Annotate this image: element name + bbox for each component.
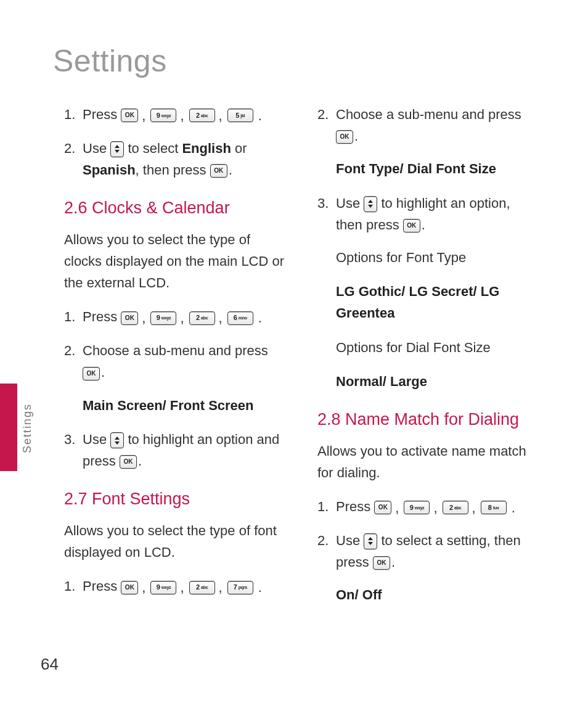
text: or bbox=[231, 141, 247, 156]
text: , then press bbox=[136, 162, 210, 178]
step: 1. Press OK, 9wxyz, 2abc, 6mno. bbox=[64, 306, 285, 329]
comma: , bbox=[219, 307, 223, 329]
comma: , bbox=[180, 105, 184, 126]
section-heading-2-7: 2.7 Font Settings bbox=[64, 489, 285, 510]
key-9-icon: 9wxyz bbox=[404, 501, 430, 514]
text: Choose a sub-menu and press bbox=[83, 340, 285, 361]
ok-key-icon: OK bbox=[121, 311, 138, 325]
step: 1. Press OK, 9wxyz, 2abc, 5jkl. bbox=[64, 104, 285, 126]
key-sequence: OK, 9wxyz, 2abc, 6mno. bbox=[121, 307, 262, 329]
section-description: Allows you to select the type of clocks … bbox=[64, 229, 285, 294]
key-2-icon: 2abc bbox=[189, 581, 215, 594]
nav-updown-key-icon bbox=[110, 141, 124, 157]
step: 3. Use to highlight an option and press … bbox=[64, 429, 285, 472]
side-label-text: Settings bbox=[21, 403, 34, 453]
comma: , bbox=[395, 497, 399, 519]
step-number: 3. bbox=[64, 429, 83, 450]
period: . bbox=[258, 105, 262, 126]
ok-key-icon: OK bbox=[403, 219, 420, 232]
section-description: Allows you to activate name match for di… bbox=[317, 440, 539, 483]
key-sequence: OK, 9wxyz, 2abc, 7pqrs. bbox=[121, 577, 262, 598]
section-heading-2-8: 2.8 Name Match for Dialing bbox=[317, 409, 539, 430]
period: . bbox=[138, 453, 142, 469]
period: . bbox=[391, 554, 395, 570]
option-english: English bbox=[182, 141, 231, 156]
text: Press bbox=[83, 309, 121, 324]
left-column: 1. Press OK, 9wxyz, 2abc, 5jkl. 2. Use t… bbox=[64, 104, 285, 618]
step: 2. Use to select English or Spanish, the… bbox=[64, 138, 285, 181]
comma: , bbox=[433, 497, 437, 519]
step: 2. Use to select a setting, then press O… bbox=[317, 530, 539, 573]
ok-key-icon: OK bbox=[121, 109, 138, 122]
ok-key-icon: OK bbox=[210, 164, 227, 178]
option-spanish: Spanish bbox=[83, 162, 136, 178]
period: . bbox=[258, 307, 262, 329]
on-off-options: On/ Off bbox=[317, 584, 539, 605]
option-font-type-dial-size: Font Type/ Dial Font Size bbox=[336, 161, 496, 176]
nav-updown-key-icon bbox=[110, 432, 124, 448]
section-heading-2-6: 2.6 Clocks & Calendar bbox=[64, 198, 285, 219]
key-sequence: OK, 9wxyz, 2abc, 8tuv. bbox=[374, 497, 515, 519]
comma: , bbox=[142, 307, 145, 329]
ok-key-icon: OK bbox=[120, 455, 137, 469]
step-body: Press OK, 9wxyz, 2abc, 5jkl. bbox=[83, 104, 285, 126]
comma: , bbox=[142, 577, 145, 598]
font-type-options: LG Gothic/ LG Secret/ LG Greentea bbox=[317, 281, 539, 324]
step: 3. Use to highlight an option, then pres… bbox=[317, 192, 539, 236]
step-number: 1. bbox=[317, 496, 336, 517]
section-description: Allows you to select the type of font di… bbox=[64, 520, 285, 563]
step: 1. Press OK, 9wxyz, 2abc, 8tuv. bbox=[317, 496, 539, 519]
period: . bbox=[422, 217, 425, 232]
step-number: 1. bbox=[64, 104, 83, 125]
step: 1. Press OK, 9wxyz, 2abc, 7pqrs. bbox=[64, 575, 285, 598]
ok-key-icon: OK bbox=[374, 501, 391, 514]
key-9-icon: 9wxyz bbox=[150, 311, 176, 325]
comma: , bbox=[142, 105, 145, 126]
step-number: 1. bbox=[64, 575, 83, 597]
key-2-icon: 2abc bbox=[189, 109, 215, 122]
step-number: 2. bbox=[64, 138, 83, 159]
option-main-front-screen: Main Screen/ Front Screen bbox=[83, 398, 254, 413]
step-number: 2. bbox=[317, 530, 336, 551]
text: Use bbox=[336, 533, 364, 548]
text: Use bbox=[336, 195, 364, 211]
text: Use bbox=[83, 432, 110, 447]
comma: , bbox=[219, 577, 223, 598]
side-label: Settings bbox=[21, 382, 33, 475]
step-body: Use to select a setting, then press OK. bbox=[336, 530, 539, 573]
ok-key-icon: OK bbox=[373, 556, 390, 570]
ok-key-icon: OK bbox=[83, 367, 100, 380]
content-columns: 1. Press OK, 9wxyz, 2abc, 5jkl. 2. Use t… bbox=[64, 104, 539, 618]
period: . bbox=[101, 364, 105, 380]
step-number: 1. bbox=[64, 306, 83, 327]
step-body: Press OK, 9wxyz, 2abc, 6mno. bbox=[83, 306, 285, 329]
key-9-icon: 9wxyz bbox=[150, 581, 176, 594]
step-body: Choose a sub-menu and press OK. bbox=[336, 104, 539, 147]
key-7-icon: 7pqrs bbox=[227, 581, 253, 594]
step-number: 2. bbox=[317, 104, 336, 125]
submenu-options: Main Screen/ Front Screen bbox=[64, 395, 285, 416]
nav-updown-key-icon bbox=[364, 533, 377, 549]
text: Press bbox=[336, 499, 374, 514]
font-size-options: Normal/ Large bbox=[317, 371, 539, 392]
period: . bbox=[512, 497, 515, 519]
option-normal-large: Normal/ Large bbox=[336, 374, 427, 389]
step-body: Use to highlight an option and press OK. bbox=[83, 429, 285, 472]
period: . bbox=[354, 128, 358, 144]
key-2-icon: 2abc bbox=[189, 311, 215, 325]
key-sequence: OK, 9wxyz, 2abc, 5jkl. bbox=[121, 105, 262, 126]
period: . bbox=[258, 577, 262, 598]
comma: , bbox=[219, 105, 223, 126]
text: Choose a sub-menu and press bbox=[336, 104, 539, 125]
step-number: 3. bbox=[317, 192, 336, 214]
text: Press bbox=[83, 107, 121, 122]
page-title: Settings bbox=[53, 43, 167, 79]
step: 2. Choose a sub-menu and press OK. bbox=[64, 340, 285, 383]
step: 2. Choose a sub-menu and press OK. bbox=[317, 104, 539, 147]
key-6-icon: 6mno bbox=[227, 311, 253, 325]
right-column: 2. Choose a sub-menu and press OK. Font … bbox=[317, 104, 539, 618]
key-8-icon: 8tuv bbox=[481, 501, 507, 514]
text: Press bbox=[83, 578, 121, 594]
option-font-names: LG Gothic/ LG Secret/ LG Greentea bbox=[336, 284, 499, 321]
step-body: Press OK, 9wxyz, 2abc, 8tuv. bbox=[336, 496, 539, 519]
